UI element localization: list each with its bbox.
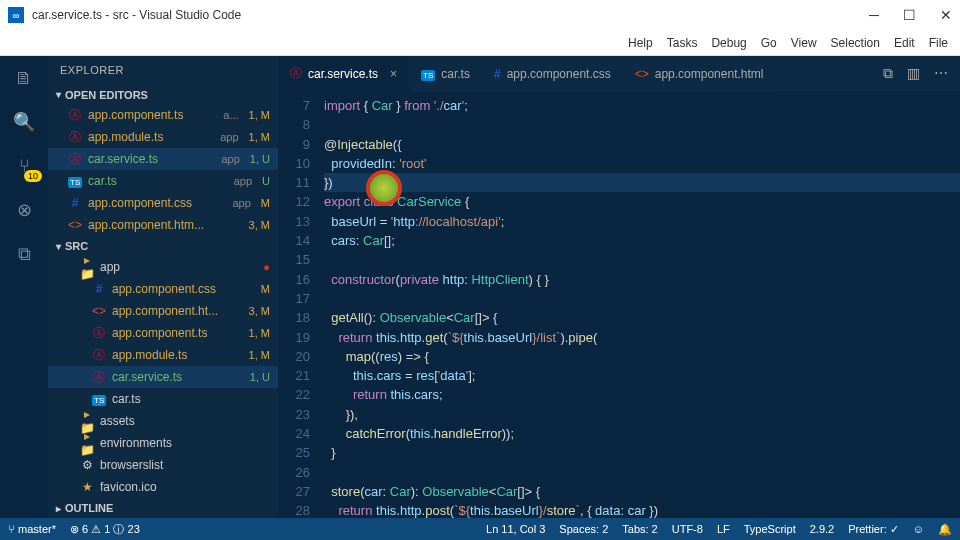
- status-bar: ⑂ master* ⊗ 6 ⚠ 1 ⓘ 23 Ln 11, Col 3 Spac…: [0, 518, 960, 540]
- prettier-status[interactable]: Prettier: ✓: [848, 523, 899, 536]
- file-item[interactable]: Ⓐapp.component.ts1, M: [48, 322, 278, 344]
- tab-label: app.component.css: [507, 67, 611, 81]
- file-item[interactable]: #app.component.cssM: [48, 278, 278, 300]
- file-status: 1, M: [245, 327, 270, 339]
- folder-item[interactable]: ▸ 📁environments: [48, 432, 278, 454]
- folder-icon: ▸ 📁: [80, 429, 94, 457]
- file-status: M: [257, 283, 270, 295]
- window-title: car.service.ts - src - Visual Studio Cod…: [32, 8, 241, 22]
- explorer-icon[interactable]: 🗎: [12, 66, 36, 90]
- file-icon: <>: [92, 304, 106, 318]
- menu-file[interactable]: File: [929, 36, 948, 50]
- item-name: app.module.ts: [112, 348, 239, 362]
- file-icon: Ⓐ: [68, 107, 82, 124]
- close-icon[interactable]: ×: [390, 67, 397, 81]
- explorer-header: EXPLORER: [48, 56, 278, 85]
- file-path: app: [220, 131, 238, 143]
- source-control-icon[interactable]: ⑂: [12, 154, 36, 178]
- file-icon: #: [92, 282, 106, 296]
- file-name: app.module.ts: [88, 130, 214, 144]
- file-name: car.ts: [88, 174, 228, 188]
- eol[interactable]: LF: [717, 523, 730, 535]
- minimize-button[interactable]: ─: [869, 7, 879, 23]
- menu-help[interactable]: Help: [628, 36, 653, 50]
- file-icon: ★: [80, 480, 94, 494]
- ts-version[interactable]: 2.9.2: [810, 523, 834, 535]
- item-name: car.service.ts: [112, 370, 240, 384]
- item-name: app.component.ht...: [112, 304, 239, 318]
- open-editor-item[interactable]: TScar.ts appU: [48, 170, 278, 192]
- file-item[interactable]: Ⓐapp.module.ts1, M: [48, 344, 278, 366]
- maximize-button[interactable]: ☐: [903, 7, 916, 23]
- file-status: 3, M: [245, 305, 270, 317]
- file-status: 1, M: [245, 349, 270, 361]
- smile-icon[interactable]: ☺: [913, 523, 924, 535]
- file-item[interactable]: <>app.component.ht...3, M: [48, 300, 278, 322]
- file-status: 1, U: [246, 371, 270, 383]
- file-status: 3, M: [245, 219, 270, 231]
- editor-tab[interactable]: #app.component.css: [482, 56, 623, 92]
- menu-view[interactable]: View: [791, 36, 817, 50]
- tab-bar: Ⓐcar.service.ts×TScar.ts#app.component.c…: [278, 56, 960, 92]
- chevron-down-icon: ▾: [56, 241, 61, 252]
- file-path: app: [234, 175, 252, 187]
- file-name: car.service.ts: [88, 152, 215, 166]
- file-item[interactable]: ⚙browserslist: [48, 454, 278, 476]
- file-icon: Ⓐ: [92, 369, 106, 386]
- activity-bar: 🗎 🔍 ⑂ ⊗ ⧉: [0, 56, 48, 518]
- cursor-position[interactable]: Ln 11, Col 3: [486, 523, 545, 535]
- line-gutter: 7891011121314151617181920212223242526272…: [278, 92, 324, 518]
- file-icon: TS: [421, 67, 435, 81]
- open-editor-item[interactable]: Ⓐcar.service.ts app1, U: [48, 148, 278, 170]
- editor-tab[interactable]: TScar.ts: [409, 56, 482, 92]
- open-editor-item[interactable]: Ⓐapp.component.ts a...1, M: [48, 104, 278, 126]
- indent-tabs[interactable]: Tabs: 2: [622, 523, 657, 535]
- menu-tasks[interactable]: Tasks: [667, 36, 698, 50]
- open-editors-section[interactable]: ▾OPEN EDITORS: [48, 85, 278, 105]
- code-area[interactable]: 7891011121314151617181920212223242526272…: [278, 92, 960, 518]
- menu-debug[interactable]: Debug: [711, 36, 746, 50]
- split-icon[interactable]: ▥: [907, 65, 920, 82]
- file-path: app: [221, 153, 239, 165]
- extensions-icon[interactable]: ⧉: [12, 242, 36, 266]
- outline-section[interactable]: ▸OUTLINE: [48, 498, 278, 518]
- compare-icon[interactable]: ⧉: [883, 65, 893, 82]
- editor-tab[interactable]: Ⓐcar.service.ts×: [278, 56, 409, 92]
- item-name: car.ts: [112, 392, 270, 406]
- code-content[interactable]: import { Car } from './car'; @Injectable…: [324, 92, 960, 518]
- open-editor-item[interactable]: Ⓐapp.module.ts app1, M: [48, 126, 278, 148]
- search-icon[interactable]: 🔍: [12, 110, 36, 134]
- bell-icon[interactable]: 🔔: [938, 523, 952, 536]
- file-item[interactable]: ★favicon.ico: [48, 476, 278, 498]
- tab-label: car.service.ts: [308, 67, 378, 81]
- file-icon: TS: [68, 174, 82, 188]
- item-name: environments: [100, 436, 270, 450]
- encoding[interactable]: UTF-8: [672, 523, 703, 535]
- file-status: 1, U: [246, 153, 270, 165]
- indent-spaces[interactable]: Spaces: 2: [559, 523, 608, 535]
- menu-edit[interactable]: Edit: [894, 36, 915, 50]
- folder-item[interactable]: ▸ 📁app●: [48, 256, 278, 278]
- chevron-right-icon: ▸: [56, 503, 61, 514]
- file-icon: Ⓐ: [92, 325, 106, 342]
- file-icon: Ⓐ: [68, 129, 82, 146]
- editor: Ⓐcar.service.ts×TScar.ts#app.component.c…: [278, 56, 960, 518]
- language-mode[interactable]: TypeScript: [744, 523, 796, 535]
- menu-go[interactable]: Go: [761, 36, 777, 50]
- item-name: app: [100, 260, 253, 274]
- close-button[interactable]: ✕: [940, 7, 952, 23]
- status-problems[interactable]: ⊗ 6 ⚠ 1 ⓘ 23: [70, 522, 140, 537]
- file-item[interactable]: Ⓐcar.service.ts1, U: [48, 366, 278, 388]
- open-editor-item[interactable]: <>app.component.htm... 3, M: [48, 214, 278, 236]
- file-path: a...: [223, 109, 238, 121]
- file-icon: #: [68, 196, 82, 210]
- tab-label: app.component.html: [655, 67, 764, 81]
- git-branch[interactable]: ⑂ master*: [8, 523, 56, 535]
- more-icon[interactable]: ⋯: [934, 65, 948, 82]
- menu-selection[interactable]: Selection: [831, 36, 880, 50]
- editor-tab[interactable]: <>app.component.html: [623, 56, 776, 92]
- file-name: app.component.htm...: [88, 218, 233, 232]
- debug-icon[interactable]: ⊗: [12, 198, 36, 222]
- open-editor-item[interactable]: #app.component.css appM: [48, 192, 278, 214]
- file-status: 1, M: [245, 109, 270, 121]
